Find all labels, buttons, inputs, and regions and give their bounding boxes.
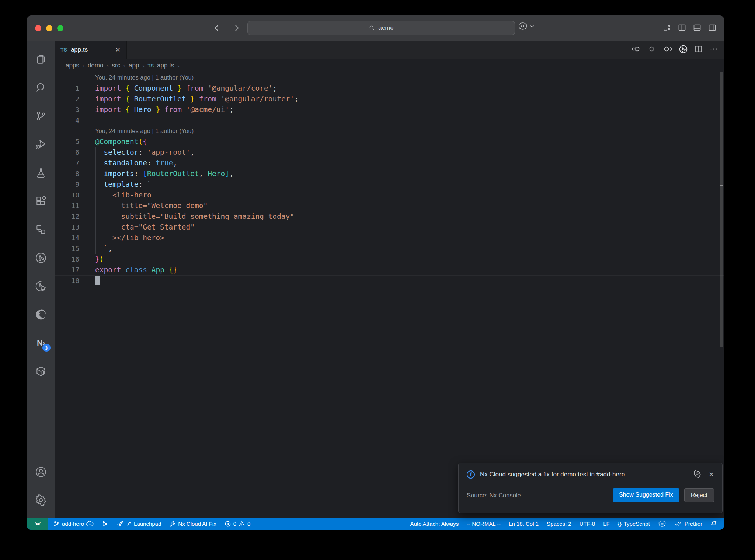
vim-mode-status[interactable]: -- NORMAL -- bbox=[467, 521, 501, 527]
line-number[interactable]: 18 bbox=[55, 275, 79, 286]
toggle-panel-button[interactable] bbox=[693, 23, 702, 32]
launchpad-status[interactable]: Launchpad bbox=[116, 520, 161, 527]
command-center-search[interactable]: acme bbox=[247, 21, 515, 35]
navigate-back-button[interactable] bbox=[213, 23, 224, 33]
auto-attach-status[interactable]: Auto Attach: Always bbox=[410, 521, 459, 527]
problems-status[interactable]: 0 0 bbox=[225, 521, 251, 527]
reject-button[interactable]: Reject bbox=[684, 488, 714, 502]
line-number[interactable]: 6 bbox=[55, 147, 79, 158]
search-icon[interactable] bbox=[35, 81, 47, 94]
tab-app-ts[interactable]: TS app.ts ✕ bbox=[55, 41, 127, 59]
line-number[interactable]: 17 bbox=[55, 265, 79, 275]
git-graph-status-icon[interactable] bbox=[102, 521, 108, 527]
toggle-secondary-sidebar-button[interactable] bbox=[708, 23, 717, 32]
commit-graph-icon[interactable] bbox=[35, 252, 47, 264]
code-line[interactable]: 2import { RouterOutlet } from '@angular/… bbox=[55, 94, 724, 104]
breadcrumb-item[interactable]: apps bbox=[66, 62, 79, 69]
code-editor[interactable]: You, 24 minutes ago | 1 author (You)1imp… bbox=[55, 72, 724, 518]
copilot-menu-button[interactable] bbox=[518, 22, 535, 30]
code-line[interactable]: 3import { Hero } from '@acme/ui'; bbox=[55, 104, 724, 115]
code-line[interactable]: 13 cta="Get Started" bbox=[55, 222, 724, 232]
maximize-window-button[interactable] bbox=[57, 25, 63, 31]
customize-layout-button[interactable] bbox=[662, 23, 671, 32]
code-text: @Component({ bbox=[79, 136, 147, 147]
breadcrumb-symbol-tail[interactable]: ... bbox=[182, 62, 188, 69]
indentation-status[interactable]: Spaces: 2 bbox=[547, 521, 571, 527]
breadcrumb-item[interactable]: src bbox=[112, 62, 120, 69]
line-number[interactable]: 10 bbox=[55, 190, 79, 200]
code-line[interactable]: 17export class App {} bbox=[55, 265, 724, 275]
nav-previous-change-icon[interactable] bbox=[631, 45, 641, 54]
testing-icon[interactable] bbox=[35, 167, 47, 179]
copilot-status-icon[interactable] bbox=[658, 520, 666, 527]
line-number[interactable]: 15 bbox=[55, 243, 79, 254]
split-editor-icon[interactable] bbox=[694, 45, 703, 55]
code-line[interactable]: 14 ></lib-hero> bbox=[55, 232, 724, 243]
code-line[interactable]: 6 selector: 'app-root', bbox=[55, 147, 724, 158]
breadcrumb-file[interactable]: app.ts bbox=[157, 62, 174, 69]
accounts-icon[interactable] bbox=[35, 466, 47, 478]
line-number[interactable]: 11 bbox=[55, 200, 79, 211]
breadcrumb-item[interactable]: app bbox=[129, 62, 139, 69]
notification-settings-gear-icon[interactable] bbox=[693, 470, 701, 479]
line-number[interactable]: 9 bbox=[55, 179, 79, 190]
code-line[interactable]: 4 bbox=[55, 115, 724, 126]
code-line[interactable]: 15 `, bbox=[55, 243, 724, 254]
settings-gear-icon[interactable] bbox=[35, 494, 47, 507]
language-mode-status[interactable]: {} TypeScript bbox=[618, 521, 650, 527]
explorer-icon[interactable] bbox=[35, 53, 47, 66]
notifications-bell-icon[interactable] bbox=[710, 520, 717, 527]
code-line[interactable]: 18 bbox=[55, 275, 724, 286]
references-icon[interactable] bbox=[35, 223, 47, 236]
navigate-forward-button[interactable] bbox=[230, 23, 240, 33]
line-number[interactable]: 5 bbox=[55, 136, 79, 147]
line-number[interactable]: 7 bbox=[55, 158, 79, 168]
prettier-status[interactable]: Prettier bbox=[674, 521, 702, 527]
cursor-position-status[interactable]: Ln 18, Col 1 bbox=[509, 521, 539, 527]
line-number[interactable]: 1 bbox=[55, 83, 79, 94]
source-control-icon[interactable] bbox=[35, 110, 47, 122]
containers-icon[interactable] bbox=[35, 365, 47, 378]
code-line[interactable]: 12 subtitle="Build something amazing tod… bbox=[55, 211, 724, 222]
vertical-scrollbar[interactable] bbox=[720, 72, 723, 347]
more-actions-icon[interactable] bbox=[709, 45, 718, 55]
code-text bbox=[79, 115, 95, 126]
code-line[interactable]: 9 template: ` bbox=[55, 179, 724, 190]
line-number[interactable]: 3 bbox=[55, 104, 79, 115]
line-number[interactable]: 8 bbox=[55, 168, 79, 179]
gitlens-search-icon[interactable] bbox=[35, 280, 47, 293]
show-suggested-fix-button[interactable]: Show Suggested Fix bbox=[613, 488, 679, 502]
git-branch-status[interactable]: add-hero bbox=[53, 521, 94, 527]
line-number[interactable]: 12 bbox=[55, 211, 79, 222]
line-number[interactable]: 14 bbox=[55, 232, 79, 243]
minimize-window-button[interactable] bbox=[46, 25, 52, 31]
line-number[interactable]: 2 bbox=[55, 94, 79, 104]
run-debug-icon[interactable] bbox=[35, 138, 47, 151]
line-number[interactable]: 13 bbox=[55, 222, 79, 232]
remote-indicator[interactable]: >< bbox=[27, 518, 48, 530]
nx-cloud-fix-status[interactable]: Nx Cloud AI Fix bbox=[169, 521, 216, 527]
code-line[interactable]: 5@Component({ bbox=[55, 136, 724, 147]
close-window-button[interactable] bbox=[35, 25, 41, 31]
code-line[interactable]: 16}) bbox=[55, 254, 724, 265]
close-tab-icon[interactable]: ✕ bbox=[115, 47, 121, 53]
encoding-status[interactable]: UTF-8 bbox=[580, 521, 595, 527]
edge-devtools-icon[interactable] bbox=[35, 308, 47, 321]
code-line[interactable]: 7 standalone: true, bbox=[55, 158, 724, 168]
line-number[interactable]: 16 bbox=[55, 254, 79, 265]
eol-status[interactable]: LF bbox=[603, 521, 610, 527]
line-number[interactable]: 4 bbox=[55, 115, 79, 126]
code-line[interactable]: 1import { Component } from '@angular/cor… bbox=[55, 83, 724, 94]
extensions-icon[interactable] bbox=[35, 195, 47, 207]
notification-close-icon[interactable]: ✕ bbox=[709, 470, 714, 479]
code-line[interactable]: 11 title="Welcmoe demo" bbox=[55, 200, 724, 211]
copilot-icon bbox=[518, 22, 528, 30]
toggle-primary-sidebar-button[interactable] bbox=[678, 23, 686, 32]
run-target-icon[interactable] bbox=[679, 45, 688, 55]
code-line[interactable]: 10 <lib-hero bbox=[55, 190, 724, 200]
nx-console-icon[interactable]: N› 3 bbox=[35, 337, 47, 349]
nav-current-change-icon[interactable] bbox=[647, 45, 657, 54]
nav-next-change-icon[interactable] bbox=[663, 45, 672, 54]
code-line[interactable]: 8 imports: [RouterOutlet, Hero], bbox=[55, 168, 724, 179]
breadcrumb-item[interactable]: demo bbox=[88, 62, 104, 69]
